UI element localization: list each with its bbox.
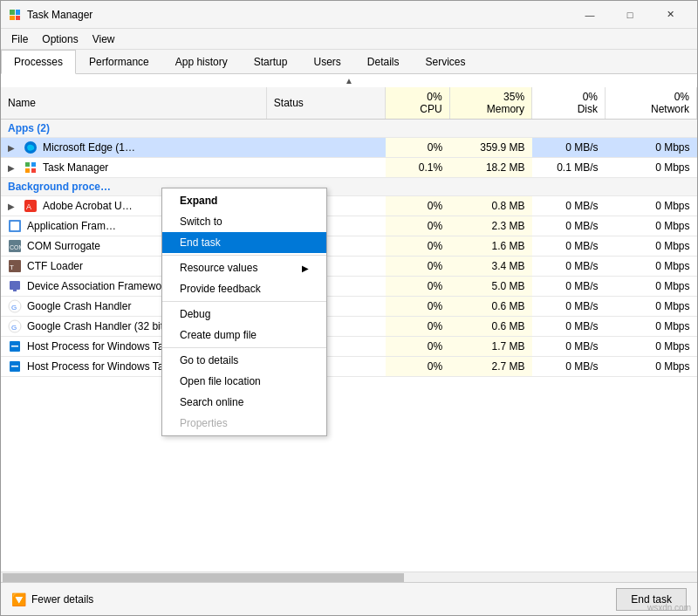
app-icon [8,8,22,22]
ctx-create-dump[interactable]: Create dump file [162,325,326,346]
tab-services[interactable]: Services [413,50,479,74]
footer: 🔽 Fewer details End task [1,582,697,615]
cpu-cell: 0.1% [386,158,449,178]
col-header-network[interactable]: 0% Network [606,87,697,120]
svg-rect-12 [10,222,19,230]
horiz-scroll-thumb[interactable] [3,573,404,582]
expand-arrow-icon[interactable]: ▶ [8,163,18,173]
ctx-end-task[interactable]: End task [162,232,326,253]
table-row[interactable]: ▶ A Adobe Acrobat U… 0% 0.8 MB 0 MB/s 0 … [1,196,697,216]
tab-users[interactable]: Users [300,50,353,74]
window-controls: — □ ✕ [570,1,690,29]
process-name-text: Adobe Acrobat U… [43,200,133,212]
svg-rect-2 [10,16,15,20]
table-row[interactable]: G Google Crash Handler (32 bit) 0% 0.6 M… [1,317,697,337]
tab-details[interactable]: Details [354,50,413,74]
tab-startup[interactable]: Startup [241,50,301,74]
svg-text:COM: COM [10,244,22,250]
table-row[interactable]: COM COM Surrogate 0% 1.6 MB 0 MB/s 0 Mbp… [1,236,697,257]
process-table: Name Status 0% CPU 35% Memory 0% Disk [1,87,697,377]
process-name-text: Google Crash Handler (32 bit) [27,320,167,332]
ctx-search-online[interactable]: Search online [162,392,326,413]
process-table-container[interactable]: Name Status 0% CPU 35% Memory 0% Disk [1,87,697,572]
ctf-icon: T [8,259,22,273]
svg-rect-0 [10,10,15,15]
fewer-details-button[interactable]: 🔽 Fewer details [11,592,93,606]
ctx-separator-1 [162,255,326,256]
svg-rect-6 [31,162,36,167]
svg-rect-5 [25,162,30,167]
table-row[interactable]: G Google Crash Handler 0% 0.6 MB 0 MB/s … [1,297,697,317]
ctx-resource-values[interactable]: Resource values ▶ [162,257,326,278]
svg-rect-24 [11,346,18,347]
process-name-text: CTF Loader [27,260,83,272]
close-button[interactable]: ✕ [650,1,690,29]
fewer-details-icon: 🔽 [11,592,26,606]
memory-cell: 18.2 MB [449,158,531,178]
google-icon: G [8,299,22,313]
menu-file[interactable]: File [4,31,35,47]
group-header-apps[interactable]: Apps (2) [1,120,697,138]
col-header-cpu[interactable]: 0% CPU [386,87,449,120]
table-row[interactable]: Host Process for Windows Tasks 0% 1.7 MB… [1,337,697,357]
tab-app-history[interactable]: App history [162,50,241,74]
host-icon [8,339,22,353]
ctx-expand[interactable]: Expand [162,190,326,211]
table-row[interactable]: Application Fram… 0% 2.3 MB 0 MB/s 0 Mbp… [1,216,697,236]
disk-cell: 0 MB/s [532,138,606,158]
ctx-separator-2 [162,301,326,302]
device-icon [8,279,22,293]
process-name-text: Microsoft Edge (1… [43,141,135,154]
host-icon [8,359,22,373]
expand-arrow-icon[interactable]: ▶ [8,143,18,153]
sort-arrow-icon: ▲ [345,76,353,86]
ctx-go-to-details[interactable]: Go to details [162,350,326,371]
window-title: Task Manager [27,9,570,21]
cpu-cell: 0% [386,138,449,158]
svg-rect-1 [16,10,20,15]
tab-performance[interactable]: Performance [76,50,162,74]
fewer-details-label: Fewer details [31,593,93,606]
ctx-provide-feedback[interactable]: Provide feedback [162,278,326,299]
process-name-text: Google Crash Handler [27,300,131,312]
svg-text:A: A [26,202,31,211]
tab-bar: Processes Performance App history Startu… [1,50,697,74]
ctx-debug[interactable]: Debug [162,304,326,325]
horizontal-scrollbar[interactable] [1,572,697,582]
bg-group-label: Background proce… [8,181,111,193]
menu-view[interactable]: View [86,31,122,47]
watermark: wsxdn.com [647,603,691,613]
process-name-text: Host Process for Windows Tasks [27,360,180,373]
col-header-memory[interactable]: 35% Memory [449,87,531,120]
col-header-disk[interactable]: 0% Disk [532,87,606,120]
process-name-text: Application Fram… [27,220,116,232]
ctx-open-file-location[interactable]: Open file location [162,371,326,392]
minimize-button[interactable]: — [570,1,610,29]
table-row[interactable]: ▶ Task Manager [1,158,697,178]
ctx-properties: Properties [162,413,326,434]
apps-group-label: Apps (2) [8,122,50,134]
menu-options[interactable]: Options [35,31,85,47]
svg-text:T: T [10,264,14,271]
process-name-cell: ▶ Task Manager [1,158,266,178]
col-header-name[interactable]: Name [1,87,266,120]
table-row[interactable]: Host Process for Windows Tasks 0% 2.7 MB… [1,357,697,377]
sort-indicator: ▲ [1,74,697,87]
memory-cell: 359.9 MB [449,138,531,158]
status-cell [266,158,385,178]
edge-icon [24,140,38,154]
network-cell: 0 Mbps [606,158,697,178]
tab-processes[interactable]: Processes [1,50,76,74]
app-frame-icon [8,219,22,233]
expand-arrow-icon[interactable]: ▶ [8,202,18,211]
col-header-status[interactable]: Status [266,87,385,120]
maximize-button[interactable]: □ [610,1,650,29]
table-row[interactable]: T CTF Loader 0% 3.4 MB 0 MB/s 0 Mbps [1,257,697,277]
ctx-switch-to[interactable]: Switch to [162,211,326,232]
table-row[interactable]: Device Association Framework… 0% 5.0 MB … [1,277,697,297]
process-name-text: Device Association Framework… [27,280,181,292]
title-bar: Task Manager — □ ✕ [1,1,697,29]
group-header-background[interactable]: Background proce… [1,178,697,196]
table-row[interactable]: ▶ Microsoft Edge (1… 0% 359.9 [1,138,697,158]
menu-bar: File Options View [1,29,697,50]
